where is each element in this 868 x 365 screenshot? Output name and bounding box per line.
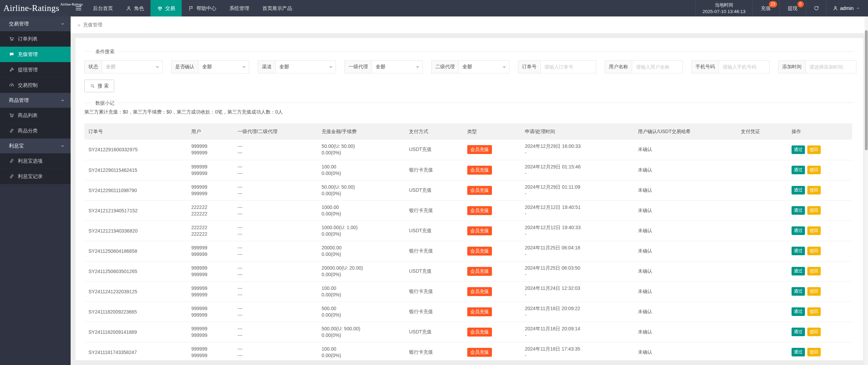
topbar-nav: 后台首页角色交易帮助中心系统管理首页展示产品: [86, 0, 299, 16]
hamburger-icon[interactable]: [71, 0, 86, 16]
nav-item-label: 角色: [134, 5, 144, 12]
nav-item-1[interactable]: 后台首页: [86, 0, 119, 16]
filter-select-状态[interactable]: 全部: [102, 61, 162, 73]
approve-button[interactable]: 通过: [792, 145, 805, 154]
sidebar-item-充值管理[interactable]: 充值管理: [0, 47, 71, 62]
app-logo: Airline-Ratings Airline-Ratings: [0, 0, 71, 16]
column-header: 用户确认/USDT交易哈希: [634, 123, 737, 140]
cell-confirm: 未确认: [634, 322, 737, 342]
logo-text: Airline-Ratings: [3, 3, 59, 13]
cell-time: 2024年11月18日 20:09:14-: [521, 322, 634, 342]
approve-button[interactable]: 通过: [792, 307, 805, 316]
reject-button[interactable]: 驳回: [807, 307, 821, 316]
filter-label: 订单号: [518, 61, 541, 73]
reject-button[interactable]: 驳回: [807, 287, 821, 296]
filter-input-手机号码[interactable]: [719, 61, 769, 73]
filter-input-添加时间[interactable]: [806, 61, 856, 73]
cell-confirm: 未确认: [634, 302, 737, 322]
refresh-icon[interactable]: [806, 0, 826, 16]
nav-item-4[interactable]: 帮助中心: [182, 0, 223, 16]
cell-voucher: [737, 322, 787, 342]
cell-agents: ------: [233, 281, 317, 302]
cell-agents: ------: [233, 140, 317, 160]
user-menu[interactable]: admin: [826, 0, 868, 16]
sidebar-group-label: 利息宝: [9, 143, 24, 149]
sidebar-group-3[interactable]: 利息宝: [0, 139, 71, 153]
nav-item-6[interactable]: 首页展示产品: [256, 0, 299, 16]
cell-amount-fee: 100.000.00(0%): [317, 281, 405, 302]
table-row: SY2412121940336820222222222222------1000…: [84, 221, 852, 241]
approve-button[interactable]: 通过: [792, 166, 805, 174]
sidebar-item-利息宝记录[interactable]: 利息宝记录: [0, 169, 71, 184]
summary-legend: 数据小记: [92, 100, 118, 106]
cell-user: 999999999999: [187, 281, 233, 302]
column-header: 支付方式: [405, 123, 463, 140]
cell-amount-fee: 1000.00(U: 1.00)0.00(0%): [317, 221, 405, 241]
cell-confirm: 未确认: [634, 180, 737, 200]
nav-item-3[interactable]: 交易: [150, 0, 182, 16]
approve-button[interactable]: 通过: [792, 206, 805, 215]
filter-select-渠道[interactable]: 全部: [276, 61, 336, 73]
cell-pay-method: 银行卡充值: [405, 342, 463, 360]
approve-button[interactable]: 通过: [792, 328, 805, 336]
sidebar-group-2[interactable]: 商品管理: [0, 93, 71, 108]
quick-item-1[interactable]: 充值23: [752, 0, 779, 16]
sidebar-group-1[interactable]: 交易管理: [0, 16, 71, 31]
reject-button[interactable]: 驳回: [807, 145, 821, 154]
cell-pay-method: 银行卡充值: [405, 200, 463, 221]
sidebar-item-交易控制[interactable]: 交易控制: [0, 78, 71, 93]
cell-amount-fee: 50.00(U: 50.00)0.00(0%): [317, 140, 405, 160]
topbar-quick-items: 充值23提现0: [752, 0, 806, 16]
cell-type: 会员充值: [463, 180, 521, 200]
filter-select-是否确认[interactable]: 全部: [198, 61, 249, 73]
reject-button[interactable]: 驳回: [807, 247, 821, 255]
filter-select-二级代理[interactable]: 全部: [459, 61, 509, 73]
approve-button[interactable]: 通过: [792, 247, 805, 255]
filter-select-一级代理[interactable]: 全部: [372, 61, 422, 73]
approve-button[interactable]: 通过: [792, 267, 805, 275]
cell-amount-fee: 20000.00(U: 20.00)0.00(0%): [317, 261, 405, 281]
filter-input-用户名称[interactable]: [632, 61, 683, 73]
scrollbar-thumb[interactable]: [865, 30, 868, 150]
sidebar-item-label: 商品分类: [18, 128, 38, 134]
table-row: SY2412290111098790999999999999------50.0…: [84, 180, 852, 200]
cell-amount-fee: 500.000.00(0%): [317, 302, 405, 322]
reject-button[interactable]: 驳回: [807, 267, 821, 275]
cell-order-no: SY2411182009223665: [84, 302, 187, 322]
type-badge: 会员充值: [467, 307, 492, 316]
scrollbar-track[interactable]: [865, 16, 868, 365]
reject-button[interactable]: 驳回: [807, 226, 821, 235]
filter-label: 是否确认: [171, 61, 198, 73]
search-button[interactable]: 搜 索: [84, 80, 114, 92]
caret-down-icon: [242, 66, 246, 68]
cell-actions: 通过驳回: [787, 160, 852, 180]
approve-button[interactable]: 通过: [792, 226, 805, 235]
scales-icon: [157, 5, 163, 11]
cell-type: 会员充值: [463, 200, 521, 221]
cart-icon: [9, 113, 14, 118]
reject-button[interactable]: 驳回: [807, 328, 821, 336]
caret-down-icon: [503, 66, 506, 68]
nav-item-5[interactable]: 系统管理: [223, 0, 256, 16]
reject-button[interactable]: 驳回: [807, 186, 821, 195]
sidebar-item-利息宝选项[interactable]: 利息宝选项: [0, 153, 71, 169]
sidebar-item-label: 交易控制: [18, 82, 38, 89]
sidebar-item-订单列表[interactable]: 订单列表: [0, 31, 71, 47]
cell-confirm: 未确认: [634, 281, 737, 302]
sidebar-item-商品列表[interactable]: 商品列表: [0, 108, 71, 123]
cell-time: 2024年11月25日 06:04:18-: [521, 241, 634, 261]
approve-button[interactable]: 通过: [792, 186, 805, 195]
nav-item-2[interactable]: 角色: [119, 0, 150, 16]
sidebar-item-label: 充值管理: [18, 51, 38, 58]
quick-item-2[interactable]: 提现0: [779, 0, 806, 16]
nav-item-label: 系统管理: [229, 5, 249, 12]
sidebar-item-商品分类[interactable]: 商品分类: [0, 123, 71, 139]
filter-input-订单号[interactable]: [541, 61, 596, 73]
approve-button[interactable]: 通过: [792, 287, 805, 296]
reject-button[interactable]: 驳回: [807, 348, 821, 356]
reject-button[interactable]: 驳回: [807, 206, 821, 215]
reject-button[interactable]: 驳回: [807, 166, 821, 174]
approve-button[interactable]: 通过: [792, 348, 805, 356]
cell-time: 2024年11月18日 20:09:22-: [521, 302, 634, 322]
sidebar-item-提现管理[interactable]: 提现管理: [0, 62, 71, 78]
